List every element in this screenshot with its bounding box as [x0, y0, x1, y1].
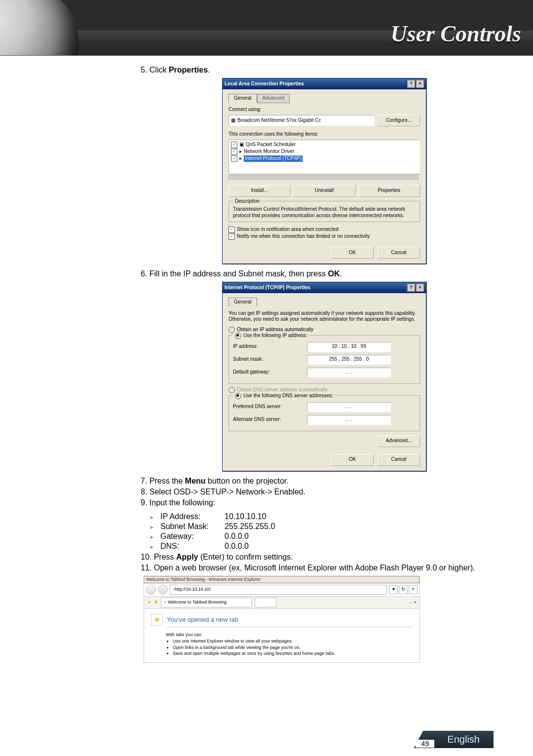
- connect-using-label: Connect using:: [228, 107, 420, 113]
- ip-label: IP address:: [233, 343, 307, 350]
- install-button[interactable]: Install...: [228, 185, 290, 197]
- gateway-input[interactable]: . . .: [307, 368, 391, 378]
- tab-advanced[interactable]: Advanced: [257, 94, 290, 103]
- list-item[interactable]: ✓ ▸ Internet Protocol (TCP/IP): [231, 155, 418, 162]
- dialog-titlebar: Local Area Connection Properties ? ×: [223, 78, 426, 89]
- scrollbar-horizontal[interactable]: [228, 174, 420, 181]
- arrow-icon: ▸: [151, 524, 157, 531]
- step-6: 6. Fill in the IP address and Subnet mas…: [141, 269, 496, 279]
- configure-button[interactable]: Configure...: [378, 114, 420, 126]
- adns-input[interactable]: . . .: [307, 415, 391, 425]
- ie-window: Welcome to Tabbed Browsing - Windows Int…: [144, 576, 420, 663]
- ie-page: ▦ You've opened a new tab With tabs you …: [144, 609, 420, 663]
- cancel-button[interactable]: Cancel: [378, 454, 420, 466]
- dialog-titlebar: Internet Protocol (TCP/IP) Properties ? …: [223, 282, 426, 293]
- step-10: 10. Press Apply (Enter) to confirm setti…: [141, 552, 496, 562]
- checkbox-on[interactable]: ✓: [231, 149, 237, 155]
- lan-properties-dialog: Local Area Connection Properties ? × Gen…: [222, 78, 426, 264]
- radio-use-ip[interactable]: [235, 333, 241, 339]
- protocol-icon: ▸: [239, 155, 242, 162]
- step-9: 9. Input the following:: [141, 498, 496, 508]
- tcpip-properties-dialog: Internet Protocol (TCP/IP) Properties ? …: [222, 282, 426, 471]
- nic-icon: ▦: [231, 117, 235, 124]
- checkbox-on[interactable]: ✓: [228, 233, 235, 240]
- step-8: 8. Select OSD-> SETUP-> Network-> Enable…: [141, 487, 496, 497]
- checkbox-on[interactable]: ✓: [231, 155, 237, 162]
- bullet-item: Save and open multiple webpages at once …: [173, 651, 413, 656]
- help-icon[interactable]: ?: [407, 80, 415, 88]
- ip-input[interactable]: 10 . 10 . 10 . 99: [307, 342, 391, 352]
- adns-label: Alternate DNS server:: [233, 416, 307, 423]
- step-5: 5. Click Properties.: [141, 65, 496, 75]
- content-area: 5. Click Properties. Local Area Connecti…: [141, 64, 496, 663]
- tab-general[interactable]: General: [228, 298, 257, 307]
- uninstall-button[interactable]: Uninstall: [293, 185, 355, 197]
- step-7: 7. Press the Menu button on the projecto…: [141, 476, 496, 486]
- description-group: Description Transmission Control Protoco…: [228, 201, 420, 223]
- uses-items-label: This connection uses the following items…: [228, 131, 420, 138]
- arrow-icon: ▸: [151, 543, 157, 551]
- pdns-input[interactable]: . . .: [307, 402, 391, 412]
- pdns-label: Preferred DNS server:: [233, 404, 307, 410]
- bullet-item: Use one Internet Explorer window to view…: [173, 639, 413, 644]
- intro-text: You can get IP settings assigned automat…: [228, 310, 420, 323]
- checkbox-row[interactable]: ✓ Show icon in notification area when co…: [228, 226, 420, 233]
- forward-button[interactable]: [158, 585, 168, 595]
- service-icon: ▣: [239, 142, 244, 148]
- ie-titlebar: Welcome to Tabbed Browsing - Windows Int…: [144, 576, 420, 583]
- help-icon[interactable]: ?: [407, 284, 415, 292]
- radio-use-dns[interactable]: [235, 393, 241, 399]
- browser-tab[interactable]: ▫ Welcome to Tabbed Browsing: [161, 598, 252, 607]
- header-decoration: [0, 0, 109, 55]
- list-item[interactable]: ✓ ▣ QoS Packet Scheduler: [231, 142, 418, 149]
- add-favorite-icon[interactable]: ✚: [154, 600, 158, 605]
- checkbox-on[interactable]: ✓: [231, 142, 237, 148]
- arrow-icon: ▸: [151, 514, 157, 521]
- description-text: Transmission Control Protocol/Internet P…: [233, 206, 416, 219]
- language-badge: English: [427, 731, 494, 748]
- mask-label: Subnet mask:: [233, 356, 307, 363]
- cancel-button[interactable]: Cancel: [378, 247, 420, 259]
- page-icon: ▫: [164, 600, 166, 605]
- properties-button[interactable]: Properties: [358, 185, 420, 197]
- advanced-button[interactable]: Advanced...: [378, 435, 420, 447]
- tab-illustration-icon: ▦: [151, 614, 163, 626]
- close-icon[interactable]: ×: [416, 284, 424, 292]
- arrow-icon: ▸: [151, 533, 157, 541]
- ok-button[interactable]: OK: [331, 247, 374, 259]
- page-footer: 49 English: [416, 731, 494, 748]
- step-11: 11. Open a web browser (ex, Microsoft In…: [141, 563, 496, 573]
- gateway-label: Default gateway:: [233, 369, 307, 376]
- protocol-icon: ▸: [239, 149, 242, 155]
- page-number: 49: [416, 740, 434, 748]
- mask-input[interactable]: 255 . 255 . 255 . 0: [307, 355, 391, 365]
- dropdown-icon[interactable]: ▾: [389, 585, 398, 594]
- favorites-icon[interactable]: ★: [147, 600, 151, 605]
- page-title: User Controls: [390, 21, 521, 47]
- new-tab-button[interactable]: [255, 598, 276, 607]
- network-values: ▸IP Address:10.10.10.10 ▸Subnet Mask:255…: [151, 512, 496, 551]
- new-tab-heading: You've opened a new tab: [166, 616, 413, 624]
- tabs-you-can: With tabs you can:: [166, 632, 413, 638]
- refresh-icon[interactable]: ↻: [399, 585, 408, 594]
- bullet-item: Open links in a background tab while vie…: [173, 645, 413, 650]
- checkbox-row[interactable]: ✓ Notify me when this connection has lim…: [228, 233, 420, 240]
- home-icon[interactable]: ⌂ ▾: [410, 600, 417, 605]
- address-bar[interactable]: ▫ http://10.10.10.10/: [170, 585, 387, 595]
- close-icon[interactable]: ×: [416, 80, 424, 88]
- checkbox-on[interactable]: ✓: [228, 227, 235, 233]
- items-listbox[interactable]: ✓ ▣ QoS Packet Scheduler ✓ ▸ Network Mon…: [228, 140, 420, 173]
- list-item[interactable]: ✓ ▸ Network Monitor Driver: [231, 149, 418, 155]
- adapter-field: ▦ Broadcom NetXtreme 57xx Gigabit Cc: [228, 115, 375, 126]
- ok-button[interactable]: OK: [331, 454, 374, 466]
- tab-general[interactable]: General: [228, 94, 257, 103]
- stop-icon[interactable]: ×: [409, 585, 418, 594]
- dialog-title: Internet Protocol (TCP/IP) Properties: [225, 285, 310, 291]
- dialog-title: Local Area Connection Properties: [225, 81, 304, 87]
- page-header: User Controls: [0, 0, 533, 56]
- back-button[interactable]: [146, 585, 156, 595]
